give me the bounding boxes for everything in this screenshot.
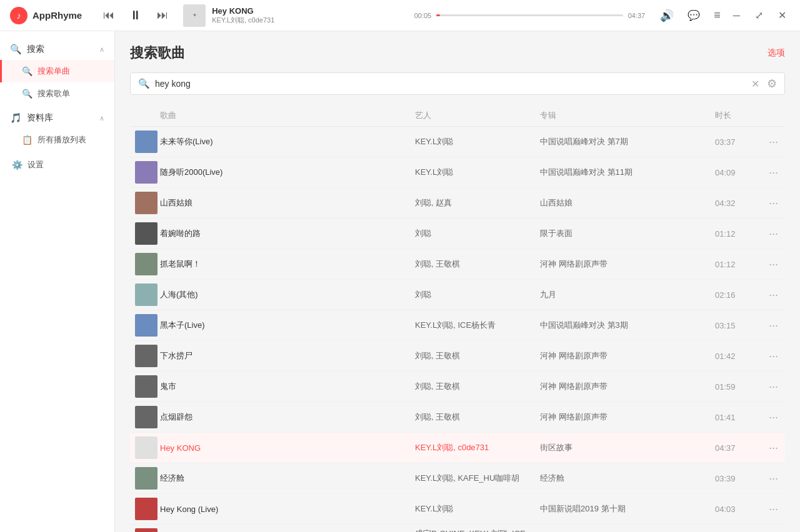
right-controls: 🔊 💬 ≡ (658, 6, 723, 25)
song-row[interactable]: 隆里电丝 (LIVE版)盛宇D-SHINE, KEY.L刘聪, ICE杨长青中国… (130, 525, 785, 532)
progress-track[interactable] (436, 14, 622, 16)
song-duration: 01:42 (710, 352, 760, 361)
song-album: 河神 网络剧原声带 (535, 350, 710, 362)
search-songs-icon: 🔍 (22, 66, 32, 76)
song-more-button[interactable]: ··· (765, 226, 782, 242)
song-duration: 04:03 (710, 505, 760, 514)
song-more-wrapper: ··· (760, 195, 785, 211)
song-thumb-wrapper (130, 375, 155, 398)
library-section-header[interactable]: 🎵 资料库 ∧ (0, 107, 114, 129)
song-name-cell: 未来等你(Live) (155, 136, 410, 147)
song-row[interactable]: 山西姑娘刘聪, 赵真山西姑娘04:32··· (130, 188, 785, 219)
song-name-cell: 随身听2000(Live) (155, 167, 410, 178)
col-album-label: 专辑 (535, 110, 710, 121)
song-artist: 刘聪, 赵真 (410, 197, 535, 209)
sidebar-item-settings[interactable]: ⚙️ 设置 (0, 154, 114, 176)
track-title: Hey KONG (212, 6, 414, 16)
sidebar-item-all-playlists[interactable]: 📋 所有播放列表 (0, 129, 114, 151)
song-thumb-wrapper (130, 192, 155, 214)
search-playlist-icon: 🔍 (22, 89, 32, 99)
song-row[interactable]: 人海(其他)刘聪九月02:16··· (130, 280, 785, 310)
song-more-button[interactable]: ··· (765, 471, 782, 486)
song-name-cell: 点烟辟怨 (155, 411, 410, 423)
song-row[interactable]: 经济舱KEY.L刘聪, KAFE_HU咖啡胡经济舱03:39··· (130, 463, 785, 494)
col-actions (760, 110, 785, 121)
total-time: 04:37 (628, 12, 646, 19)
progress-fill (436, 14, 440, 16)
search-filter-button[interactable]: ⚙ (767, 77, 777, 91)
maximize-button[interactable]: ⤢ (751, 8, 767, 22)
song-more-button[interactable]: ··· (765, 165, 782, 180)
song-row[interactable]: Hey Kong (Live)KEY.L刘聪中国新说唱2019 第十期04:03… (130, 494, 785, 525)
col-artist-label: 艺人 (410, 110, 535, 121)
library-chevron: ∧ (99, 114, 104, 122)
app-logo: ♪ AppRhyme (10, 7, 82, 24)
song-thumb-wrapper (130, 222, 155, 245)
library-section-title: 🎵 资料库 (10, 112, 53, 124)
search-section-icon: 🔍 (10, 44, 22, 55)
song-artist: 刘聪, 王敬棋 (410, 259, 535, 270)
song-name: 山西姑娘 (160, 197, 192, 209)
song-row[interactable]: 鬼市刘聪, 王敬棋河神 网络剧原声带01:59··· (130, 372, 785, 402)
search-section-header[interactable]: 🔍 搜索 ∧ (0, 39, 114, 60)
now-playing: ✦ Hey KONG KEY.L刘聪, c0de731 (183, 4, 414, 27)
song-name: Hey KONG (160, 443, 201, 453)
volume-button[interactable]: 🔊 (658, 6, 676, 25)
song-album: 中国说唱巅峰对决 第7期 (535, 136, 710, 147)
song-thumb-wrapper (130, 283, 155, 306)
prev-button[interactable]: ⏮ (101, 6, 117, 24)
song-row[interactable]: 未来等你(Live)KEY.L刘聪中国说唱巅峰对决 第7期03:37··· (130, 127, 785, 157)
titlebar: ♪ AppRhyme ⏮ ⏸ ⏭ ✦ Hey KONG KEY.L刘聪, c0d… (0, 0, 800, 31)
song-more-button[interactable]: ··· (765, 501, 782, 517)
song-row[interactable]: 点烟辟怨刘聪, 王敬棋河神 网络剧原声带01:41··· (130, 402, 785, 433)
song-more-button[interactable]: ··· (765, 134, 782, 150)
song-row[interactable]: Hey KONGKEY.L刘聪, c0de731街区故事04:37··· (130, 433, 785, 463)
song-more-wrapper: ··· (760, 287, 785, 303)
song-more-wrapper: ··· (760, 501, 785, 517)
song-more-button[interactable]: ··· (765, 410, 782, 425)
song-thumb-wrapper (130, 467, 155, 490)
song-row[interactable]: 随身听2000(Live)KEY.L刘聪中国说唱巅峰对决 第11期04:09··… (130, 157, 785, 188)
song-duration: 04:32 (710, 199, 760, 208)
song-row[interactable]: 下水捞尸刘聪, 王敬棋河神 网络剧原声带01:42··· (130, 341, 785, 372)
song-name-cell: 着婉啭的路 (155, 228, 410, 239)
search-input[interactable] (155, 79, 746, 89)
song-more-button[interactable]: ··· (765, 257, 782, 272)
sidebar-item-search-songs[interactable]: 🔍 搜索单曲 (0, 60, 114, 82)
pause-button[interactable]: ⏸ (127, 6, 144, 25)
next-button[interactable]: ⏭ (154, 6, 171, 24)
song-more-button[interactable]: ··· (765, 379, 782, 395)
search-clear-button[interactable]: ✕ (751, 78, 759, 90)
song-duration: 04:09 (710, 168, 760, 177)
song-more-button[interactable]: ··· (765, 318, 782, 333)
song-more-wrapper: ··· (760, 440, 785, 456)
song-row[interactable]: 黑本子(Live)KEY.L刘聪, ICE杨长青中国说唱巅峰对决 第3期03:1… (130, 310, 785, 341)
song-more-button[interactable]: ··· (765, 287, 782, 303)
song-artist: 刘聪, 王敬棋 (410, 350, 535, 362)
song-name: 经济舱 (160, 473, 184, 484)
song-row[interactable]: 着婉啭的路刘聪限于表面01:12··· (130, 219, 785, 249)
song-album: 中国新说唱2019 第十期 (535, 503, 710, 515)
sidebar-item-search-playlist[interactable]: 🔍 搜索歌单 (0, 82, 114, 105)
song-more-button[interactable]: ··· (765, 348, 782, 364)
lyrics-button[interactable]: 💬 (685, 7, 702, 24)
app-name: AppRhyme (32, 10, 82, 21)
song-name-cell: 下水捞尸 (155, 350, 410, 362)
song-name: 鬼市 (160, 381, 176, 392)
select-button[interactable]: 选项 (768, 47, 785, 59)
app-icon: ♪ (10, 7, 28, 24)
playlist-button[interactable]: ≡ (711, 6, 723, 24)
minimize-button[interactable]: ─ (729, 9, 744, 22)
song-duration: 01:41 (710, 413, 760, 422)
table-header: 歌曲 艺人 专辑 时长 (130, 105, 785, 127)
col-song-label: 歌曲 (155, 110, 410, 121)
close-button[interactable]: ✕ (774, 8, 790, 22)
song-duration: 01:12 (710, 260, 760, 269)
song-more-wrapper: ··· (760, 165, 785, 180)
song-row[interactable]: 抓老鼠啊！刘聪, 王敬棋河神 网络剧原声带01:12··· (130, 249, 785, 280)
song-name-cell: Hey KONG (155, 443, 410, 453)
song-more-button[interactable]: ··· (765, 195, 782, 211)
settings-icon: ⚙️ (12, 160, 22, 170)
progress-bar[interactable]: 00:05 04:37 (414, 12, 645, 19)
song-more-button[interactable]: ··· (765, 440, 782, 456)
